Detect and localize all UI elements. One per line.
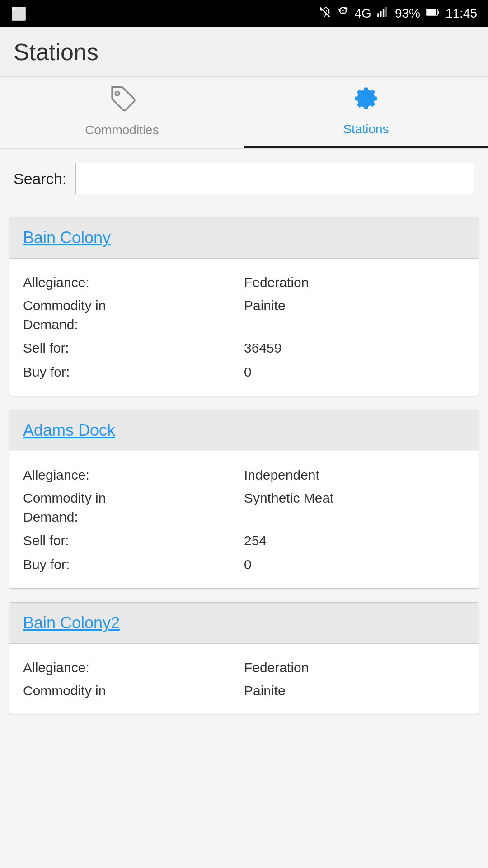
svg-rect-6 <box>438 11 439 14</box>
svg-rect-2 <box>380 11 382 17</box>
station-body-1: Allegiance: Independent Commodity inDema… <box>9 451 479 588</box>
signal-icon <box>377 6 389 22</box>
station-header-1: Adams Dock <box>9 410 479 451</box>
station-header-2: Bain Colony2 <box>9 603 479 644</box>
allegiance-label-2: Allegiance: <box>23 657 244 678</box>
commodity-value-0: Painite <box>244 296 465 334</box>
sell-label-0: Sell for: <box>23 338 244 358</box>
station-name-0[interactable]: Bain Colony <box>23 228 111 247</box>
photo-icon: ⬜ <box>11 6 27 21</box>
commodity-value-2: Painite <box>244 681 465 700</box>
commodity-label-0: Commodity inDemand: <box>23 296 244 334</box>
battery-percent: 93% <box>395 6 420 21</box>
status-bar-left: ⬜ <box>11 6 311 21</box>
allegiance-label-0: Allegiance: <box>23 272 244 292</box>
allegiance-value-1: Independent <box>244 465 465 485</box>
clock: 11:45 <box>446 6 477 21</box>
svg-rect-3 <box>383 9 385 17</box>
svg-point-8 <box>115 91 119 95</box>
tab-commodities-label: Commodities <box>85 123 159 137</box>
buy-value-0: 0 <box>244 362 465 382</box>
tab-bar: Commodities Stations <box>0 77 488 149</box>
sell-label-1: Sell for: <box>23 530 244 551</box>
svg-rect-7 <box>427 9 436 15</box>
sell-value-1: 254 <box>244 530 465 551</box>
buy-label-0: Buy for: <box>23 362 244 382</box>
station-card-0: Bain Colony Allegiance: Federation Commo… <box>9 217 479 396</box>
svg-rect-4 <box>385 7 387 17</box>
page-title: Stations <box>14 38 99 66</box>
allegiance-value-0: Federation <box>244 272 465 292</box>
status-bar-right: 4G 93% 11:45 <box>319 6 477 22</box>
buy-label-1: Buy for: <box>23 554 244 575</box>
station-header-0: Bain Colony <box>9 217 479 259</box>
allegiance-value-2: Federation <box>244 657 465 678</box>
stations-list: Bain Colony Allegiance: Federation Commo… <box>0 208 488 723</box>
station-body-0: Allegiance: Federation Commodity inDeman… <box>9 259 479 396</box>
search-label: Search: <box>14 170 66 188</box>
tab-stations-label: Stations <box>343 122 389 137</box>
tab-commodities[interactable]: Commodities <box>0 77 244 148</box>
station-name-2[interactable]: Bain Colony2 <box>23 613 120 632</box>
search-bar: Search: <box>0 149 488 208</box>
commodity-label-2: Commodity in <box>23 681 244 700</box>
buy-value-1: 0 <box>244 554 465 575</box>
status-bar: ⬜ 4G 93% <box>0 0 488 27</box>
search-input[interactable] <box>75 163 474 194</box>
commodity-label-1: Commodity inDemand: <box>23 489 244 527</box>
tab-stations[interactable]: Stations <box>244 77 488 148</box>
network-type: 4G <box>355 6 371 21</box>
svg-rect-1 <box>377 13 379 17</box>
mute-icon <box>319 6 331 22</box>
battery-icon <box>426 6 440 22</box>
alarm-icon <box>337 6 349 22</box>
station-card-2: Bain Colony2 Allegiance: Federation Comm… <box>9 602 479 714</box>
allegiance-label-1: Allegiance: <box>23 465 244 485</box>
tag-icon <box>106 83 138 118</box>
commodity-value-1: Synthetic Meat <box>244 489 465 527</box>
station-body-2: Allegiance: Federation Commodity in Pain… <box>9 644 479 714</box>
station-name-1[interactable]: Adams Dock <box>23 421 115 439</box>
app-header: Stations <box>0 27 488 77</box>
gear-icon <box>350 82 382 118</box>
station-card-1: Adams Dock Allegiance: Independent Commo… <box>9 410 479 589</box>
sell-value-0: 36459 <box>244 338 465 358</box>
